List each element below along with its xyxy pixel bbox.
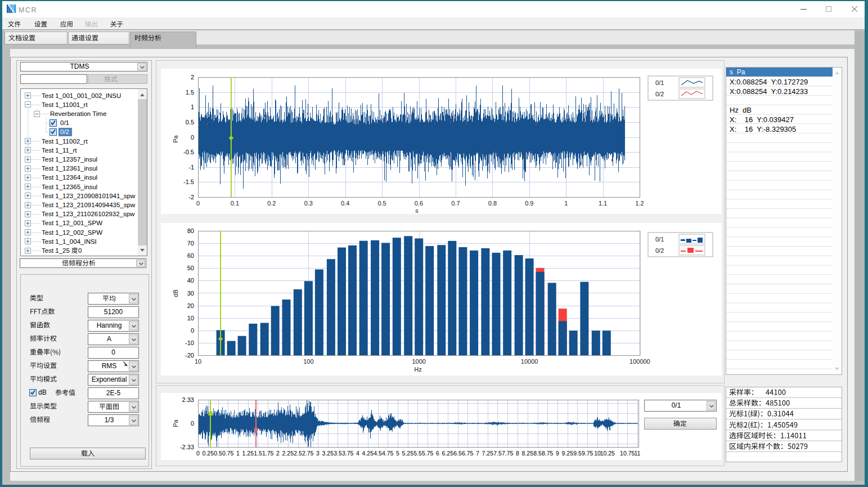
svg-text:10: 10	[187, 315, 194, 321]
svg-text:10.25: 10.25	[600, 450, 615, 457]
svg-text:100000: 100000	[629, 358, 650, 365]
svg-text:0.5: 0.5	[214, 450, 222, 457]
svg-text:0: 0	[196, 450, 200, 457]
svg-text:1.75: 1.75	[262, 450, 274, 457]
svg-text:0/1: 0/1	[655, 236, 664, 243]
svg-text:7.5: 7.5	[493, 450, 502, 457]
svg-text:9.75: 9.75	[582, 450, 593, 457]
svg-text:9.25: 9.25	[562, 450, 574, 457]
svg-text:0.2: 0.2	[267, 200, 276, 207]
svg-text:0/2: 0/2	[655, 91, 664, 97]
svg-text:5.75: 5.75	[422, 450, 434, 457]
svg-text:7.75: 7.75	[502, 450, 514, 457]
svg-text:-1: -1	[188, 164, 194, 171]
svg-text:100: 100	[303, 358, 313, 365]
svg-text:1: 1	[191, 104, 194, 110]
svg-text:-2.33: -2.33	[180, 444, 194, 450]
svg-text:30: 30	[187, 290, 194, 297]
svg-text:2: 2	[276, 450, 280, 457]
svg-text:3.25: 3.25	[322, 450, 334, 457]
svg-text:0: 0	[191, 420, 194, 427]
svg-text:Pa: Pa	[172, 135, 179, 142]
svg-text:0.5: 0.5	[186, 119, 194, 126]
svg-text:8.5: 8.5	[533, 450, 542, 457]
svg-text:9: 9	[556, 450, 559, 457]
svg-text:0.8: 0.8	[488, 200, 497, 207]
svg-text:6: 6	[436, 450, 439, 457]
svg-text:1: 1	[236, 450, 240, 457]
svg-text:2.5: 2.5	[294, 450, 302, 457]
svg-text:2.25: 2.25	[282, 450, 294, 457]
svg-text:0.3: 0.3	[304, 200, 313, 207]
svg-text:0.1: 0.1	[231, 200, 239, 207]
svg-text:-20: -20	[185, 352, 194, 359]
svg-text:1.2: 1.2	[635, 200, 644, 207]
svg-text:0.9: 0.9	[525, 200, 533, 207]
svg-text:80: 80	[187, 227, 194, 234]
svg-text:Pa: Pa	[172, 419, 179, 427]
svg-text:-10: -10	[185, 339, 194, 346]
svg-text:0.5: 0.5	[377, 200, 386, 207]
svg-text:7: 7	[476, 450, 479, 457]
svg-text:2.33: 2.33	[182, 396, 194, 403]
svg-text:1.25: 1.25	[242, 450, 254, 457]
svg-text:6.75: 6.75	[462, 450, 474, 457]
svg-text:2.75: 2.75	[302, 450, 314, 457]
svg-text:8.25: 8.25	[522, 450, 534, 457]
svg-text:8.75: 8.75	[542, 450, 554, 457]
svg-text:-1.5: -1.5	[183, 178, 194, 185]
svg-text:3.75: 3.75	[342, 450, 354, 457]
svg-text:0.7: 0.7	[451, 200, 460, 207]
svg-text:0/2: 0/2	[655, 247, 664, 254]
svg-text:dB: dB	[172, 289, 179, 297]
svg-text:0.25: 0.25	[203, 450, 214, 457]
svg-text:s: s	[415, 207, 419, 214]
svg-text:6.5: 6.5	[453, 450, 462, 457]
svg-text:-2: -2	[188, 194, 194, 200]
svg-text:0: 0	[191, 327, 194, 334]
svg-text:11: 11	[635, 450, 641, 457]
svg-text:1: 1	[564, 200, 568, 207]
svg-text:5.5: 5.5	[413, 450, 422, 457]
svg-text:0.75: 0.75	[222, 450, 234, 457]
svg-text:50: 50	[187, 265, 194, 271]
svg-text:8: 8	[516, 450, 519, 457]
svg-text:Hz: Hz	[414, 366, 421, 373]
svg-text:0/1: 0/1	[655, 79, 664, 86]
svg-text:6.25: 6.25	[442, 450, 454, 457]
svg-text:3: 3	[316, 450, 320, 457]
svg-text:20: 20	[187, 302, 194, 309]
svg-text:40: 40	[187, 277, 194, 284]
svg-text:1.1: 1.1	[599, 200, 607, 207]
svg-text:-0.5: -0.5	[183, 149, 194, 155]
svg-text:0: 0	[196, 200, 200, 207]
svg-text:3.5: 3.5	[334, 450, 342, 457]
svg-text:1.5: 1.5	[254, 450, 262, 457]
svg-text:10000: 10000	[521, 358, 538, 365]
svg-text:60: 60	[187, 252, 194, 259]
svg-text:7.25: 7.25	[482, 450, 494, 457]
svg-text:4.75: 4.75	[382, 450, 394, 457]
svg-text:4.5: 4.5	[374, 450, 382, 457]
svg-text:4.25: 4.25	[362, 450, 374, 457]
svg-text:1.5: 1.5	[186, 89, 194, 96]
svg-text:5.25: 5.25	[402, 450, 414, 457]
svg-text:70: 70	[187, 240, 194, 247]
svg-text:5: 5	[396, 450, 399, 457]
svg-text:0.6: 0.6	[415, 200, 423, 207]
svg-text:10.75: 10.75	[620, 450, 635, 457]
svg-text:0.4: 0.4	[341, 200, 349, 207]
svg-text:2: 2	[191, 74, 194, 81]
svg-text:0: 0	[191, 134, 194, 141]
svg-text:9.5: 9.5	[573, 450, 582, 457]
svg-text:4: 4	[356, 450, 359, 457]
svg-text:10: 10	[195, 358, 201, 365]
svg-text:1000: 1000	[412, 358, 425, 365]
